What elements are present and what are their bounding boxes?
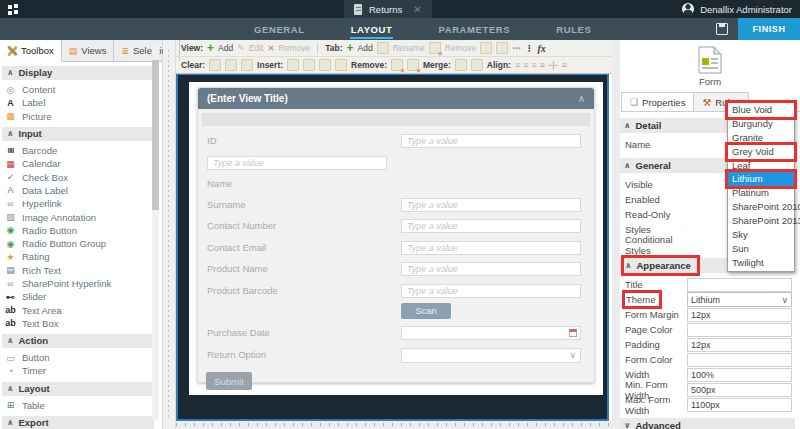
- toolbox-item-calendar[interactable]: ▦Calendar: [0, 157, 162, 170]
- save-icon[interactable]: [716, 23, 728, 35]
- toolbox-item-radio-button-group[interactable]: ◉Radio Button Group: [0, 237, 162, 250]
- form-view[interactable]: (Enter View Title) ∧ ID Type a value Typ…: [197, 87, 595, 383]
- theme-select[interactable]: Lithium ∨: [687, 292, 792, 307]
- form-color-value[interactable]: [687, 353, 792, 367]
- view-title[interactable]: (Enter View Title): [207, 93, 288, 104]
- toolbox-item-radio-button[interactable]: ◉Radio Button: [0, 224, 162, 237]
- remove-tab-icon: [429, 42, 441, 54]
- toolbox-item-button[interactable]: ▭Button: [0, 351, 162, 364]
- page-color-value[interactable]: [687, 323, 792, 337]
- contact-number-input[interactable]: Type a value: [401, 219, 581, 233]
- add-tab-button[interactable]: Add: [358, 43, 373, 53]
- tab-properties[interactable]: ❏ Properties: [621, 92, 694, 111]
- toolbox-item-timer[interactable]: ◔Timer: [0, 364, 162, 377]
- padding-value[interactable]: 12px: [687, 338, 792, 352]
- add-view-button[interactable]: Add: [218, 43, 233, 53]
- theme-option-leaf[interactable]: Leaf: [728, 159, 794, 173]
- toolbox-item-image-annotation[interactable]: ▨Image Annotation: [0, 210, 162, 223]
- section-export[interactable]: ∧Export: [2, 416, 154, 429]
- surname-input[interactable]: Type a value: [401, 198, 581, 212]
- remove-view-icon: ✕: [267, 43, 274, 53]
- theme-option-lithium[interactable]: Lithium: [728, 172, 794, 186]
- collapse-view-icon[interactable]: ∧: [578, 93, 585, 104]
- clear-icon: [225, 59, 237, 71]
- toolbox-item-rich-text[interactable]: ▤Rich Text: [0, 264, 162, 277]
- add-tab-icon[interactable]: +: [346, 43, 353, 53]
- product-name-input[interactable]: Type a value: [401, 262, 581, 276]
- theme-option-burgundy[interactable]: Burgundy: [728, 117, 794, 131]
- form-tab-title: Returns: [369, 4, 402, 15]
- finish-button[interactable]: FINISH: [738, 18, 800, 40]
- view-title-bar[interactable]: (Enter View Title) ∧: [198, 88, 594, 109]
- toolbox-item-text-area[interactable]: abText Area: [0, 303, 162, 316]
- toolbox-item-hyperlink[interactable]: ∞Hyperlink: [0, 197, 162, 210]
- section-input[interactable]: ∧Input: [2, 127, 154, 141]
- theme-option-sharepoint-2010[interactable]: SharePoint 2010: [728, 200, 794, 214]
- more-icon[interactable]: ⋯: [512, 43, 521, 53]
- theme-option-grey-void[interactable]: Grey Void: [728, 145, 794, 159]
- toolbox-item-rating[interactable]: ★Rating: [0, 250, 162, 263]
- field-label-return-option: Return Option: [207, 348, 387, 361]
- overflow-icon[interactable]: ⋮: [525, 43, 534, 53]
- section-advanced[interactable]: ∨Advanced: [620, 418, 795, 429]
- checkbox-icon: ✓: [4, 172, 17, 182]
- remove-tab-button: Remove: [445, 43, 477, 53]
- theme-option-granite[interactable]: Granite: [728, 131, 794, 145]
- section-layout[interactable]: ∧Layout: [2, 382, 154, 396]
- max-form-width-value[interactable]: 1100px: [687, 398, 792, 412]
- toolbox-item-content[interactable]: ◎Content: [0, 83, 162, 96]
- apps-grid-icon[interactable]: [8, 4, 19, 15]
- section-display[interactable]: ∧Display: [2, 66, 154, 80]
- expression-icon[interactable]: fx: [537, 43, 545, 54]
- toolbox-item-barcode[interactable]: ‖‖Barcode: [0, 144, 162, 157]
- submit-button[interactable]: Submit: [206, 372, 252, 390]
- toolbox-item-label[interactable]: ALabel: [0, 96, 162, 109]
- toolbox-item-checkbox[interactable]: ✓Check Box: [0, 170, 162, 183]
- toolbox-item-data-label[interactable]: AData Label: [0, 184, 162, 197]
- theme-option-platinum[interactable]: Platinum: [728, 186, 794, 200]
- width-value[interactable]: 100%: [687, 368, 792, 382]
- theme-option-sharepoint-2013[interactable]: SharePoint 2013: [728, 214, 794, 228]
- section-action[interactable]: ∧Action: [2, 334, 154, 348]
- property-row-page-color: Page Color: [620, 322, 800, 337]
- product-barcode-input[interactable]: Type a value: [401, 284, 581, 298]
- toolbox-item-text-box[interactable]: abText Box: [0, 317, 162, 330]
- theme-option-blue-void[interactable]: Blue Void: [728, 103, 794, 117]
- return-option-select[interactable]: ∨: [401, 348, 581, 363]
- add-view-icon[interactable]: +: [207, 43, 214, 53]
- theme-option-sun[interactable]: Sun: [728, 242, 794, 256]
- scrollbar-thumb[interactable]: [152, 60, 159, 210]
- tab-parameters[interactable]: PARAMETERS: [437, 20, 511, 39]
- tab-views[interactable]: ▤ Views: [62, 40, 115, 61]
- contact-email-input[interactable]: Type a value: [401, 241, 581, 255]
- toolbox-tabbar: Toolbox ▤ Views ≣ Selection: [0, 40, 162, 62]
- toolbox-item-table[interactable]: ⊞Table: [0, 399, 162, 412]
- panel-splitter[interactable]: [163, 40, 176, 429]
- scan-button[interactable]: Scan: [401, 303, 451, 319]
- toolbox-item-picture[interactable]: ▦Picture: [0, 110, 162, 123]
- toolbox-item-slider[interactable]: ⊷Slider: [0, 290, 162, 303]
- toolbox-icon: [7, 46, 17, 56]
- purchase-date-input[interactable]: [401, 326, 581, 340]
- tab-layout[interactable]: LAYOUT: [350, 20, 394, 39]
- name-input[interactable]: Type a value: [207, 156, 387, 170]
- min-form-width-value[interactable]: 500px: [687, 383, 792, 397]
- tab-toolbox[interactable]: Toolbox: [0, 40, 62, 62]
- close-tab-icon[interactable]: ✕: [413, 4, 421, 15]
- calendar-picker-icon[interactable]: [569, 329, 577, 337]
- toolbox-item-sharepoint-hyperlink[interactable]: ∞SharePoint Hyperlink: [0, 277, 162, 290]
- form-tab[interactable]: Returns ✕: [344, 0, 432, 18]
- theme-option-sky[interactable]: Sky: [728, 228, 794, 242]
- title-value[interactable]: [687, 278, 792, 292]
- form-margin-value[interactable]: 12px: [687, 308, 792, 322]
- canvas-ruler: [176, 421, 612, 429]
- user-menu[interactable]: Denallix Administrator: [682, 3, 792, 15]
- id-input[interactable]: Type a value: [401, 134, 581, 148]
- theme-option-twilight[interactable]: Twilight: [728, 256, 794, 270]
- tab-general[interactable]: GENERAL: [253, 20, 306, 39]
- tab-rules[interactable]: RULES: [555, 20, 592, 39]
- field-label-surname: Surname: [207, 198, 387, 211]
- tab-option-icon: [496, 42, 508, 54]
- toolbox-scrollbar[interactable]: [152, 46, 159, 420]
- timer-icon: ◔: [4, 366, 17, 376]
